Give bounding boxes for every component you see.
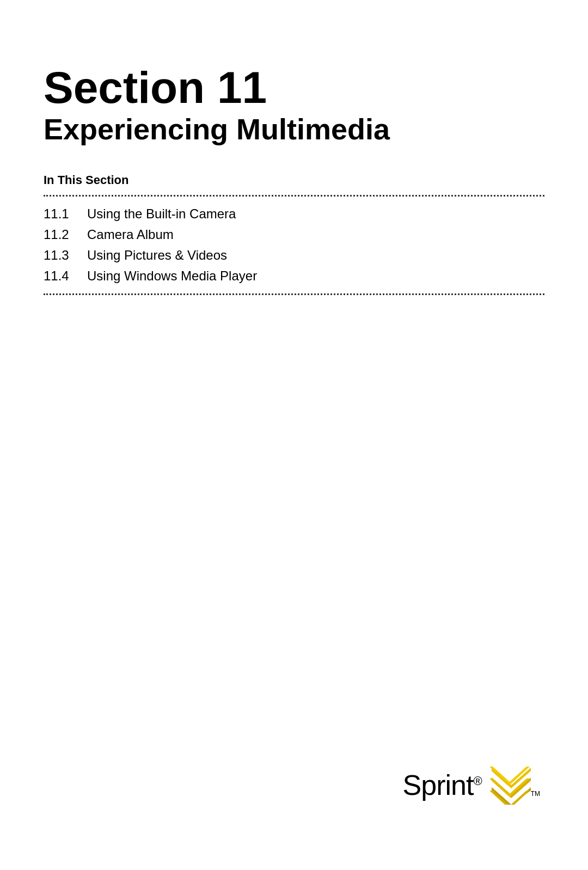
toc-item-2: 11.2 Camera Album	[44, 227, 544, 242]
toc-text-1: Using the Built-in Camera	[87, 206, 236, 222]
top-divider	[44, 195, 544, 197]
in-this-section-label: In This Section	[44, 173, 544, 187]
toc-text-3: Using Pictures & Videos	[87, 248, 227, 263]
toc-text-2: Camera Album	[87, 227, 174, 242]
in-this-section-block: In This Section 11.1 Using the Built-in …	[44, 173, 544, 295]
toc-number-2: 11.2	[44, 227, 87, 242]
toc-list: 11.1 Using the Built-in Camera 11.2 Came…	[44, 206, 544, 284]
toc-item-4: 11.4 Using Windows Media Player	[44, 268, 544, 284]
sprint-logo: Sprint® TM	[403, 765, 544, 805]
toc-number-3: 11.3	[44, 248, 87, 263]
toc-item-3: 11.3 Using Pictures & Videos	[44, 248, 544, 263]
toc-text-4: Using Windows Media Player	[87, 268, 257, 284]
bottom-divider	[44, 293, 544, 295]
toc-item-1: 11.1 Using the Built-in Camera	[44, 206, 544, 222]
toc-number-4: 11.4	[44, 268, 87, 284]
toc-number-1: 11.1	[44, 206, 87, 222]
section-number: Section 11	[44, 65, 544, 110]
section-title: Experiencing Multimedia	[44, 112, 544, 146]
page-container: Section 11 Experiencing Multimedia In Th…	[0, 0, 588, 870]
